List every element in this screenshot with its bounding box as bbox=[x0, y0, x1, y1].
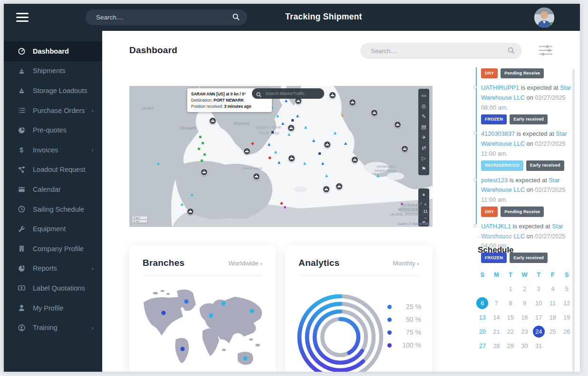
zoom-out-button[interactable]: − bbox=[422, 215, 429, 221]
sidebar-item-sailing-schedule[interactable]: Sailing Schedule bbox=[4, 199, 102, 219]
calendar-day[interactable] bbox=[475, 282, 490, 296]
vessel-cluster-marker[interactable] bbox=[401, 145, 408, 152]
calendar-day[interactable]: 5 bbox=[560, 282, 574, 296]
calendar-day[interactable]: 8 bbox=[503, 296, 518, 310]
calendar-day[interactable]: 1 bbox=[503, 282, 518, 296]
sidebar-item-label-quotations[interactable]: Label Quotations bbox=[4, 278, 102, 298]
vessel-cluster-marker[interactable] bbox=[243, 148, 251, 155]
zoom-in-button[interactable]: + bbox=[422, 201, 429, 208]
calendar-day[interactable]: 22 bbox=[503, 324, 518, 338]
sidebar-item-calendar[interactable]: Calendar bbox=[4, 179, 102, 199]
sidebar-item-loadout-request[interactable]: Loadout Request bbox=[4, 160, 102, 180]
calendar-day[interactable]: 2 bbox=[518, 282, 532, 296]
legend-label: 75 % bbox=[399, 329, 421, 336]
vessels-icon[interactable]: ◎ bbox=[418, 101, 429, 111]
vessel-cluster-marker[interactable] bbox=[351, 156, 358, 163]
layers-icon[interactable]: ▤ bbox=[418, 122, 429, 132]
calendar-day[interactable]: 14 bbox=[490, 310, 504, 324]
content-search-input[interactable] bbox=[370, 43, 498, 59]
topbar-search-input[interactable] bbox=[95, 9, 223, 25]
chevron-right-icon: › bbox=[92, 107, 94, 114]
vessel-cluster-marker[interactable] bbox=[329, 92, 336, 99]
sidebar-item-pre-quotes[interactable]: Pre-quotes bbox=[4, 120, 102, 140]
sidebar-item-invoices[interactable]: $Invoices› bbox=[4, 140, 102, 160]
edit-route-icon[interactable]: ✎ bbox=[418, 111, 429, 122]
sidebar-item-company-profile[interactable]: Company Profile bbox=[4, 239, 102, 259]
user-avatar[interactable] bbox=[534, 8, 554, 28]
marine-traffic-map[interactable]: LindenElizabethBayonneUpper NewYork BayS… bbox=[129, 86, 433, 227]
sidebar-item-shipments[interactable]: Shipments bbox=[4, 61, 102, 81]
branches-scope-dropdown[interactable]: Worldwide▾ bbox=[229, 260, 262, 267]
sidebar-item-purchase-orders[interactable]: Purchase Orders› bbox=[4, 101, 102, 121]
vessel-cluster-marker[interactable] bbox=[336, 183, 343, 190]
vessel-cluster-marker[interactable] bbox=[187, 208, 194, 215]
vessel-cluster-marker[interactable] bbox=[371, 109, 378, 116]
calendar-day[interactable]: 27 bbox=[475, 338, 490, 353]
calendar-day[interactable]: 10 bbox=[531, 296, 546, 310]
calendar-day[interactable]: 9 bbox=[518, 296, 532, 310]
vessel-cluster-marker[interactable] bbox=[349, 99, 356, 106]
calendar-day[interactable]: 20 bbox=[475, 324, 490, 338]
sidebar-item-label: Invoices bbox=[33, 146, 58, 154]
calendar-day[interactable]: 28 bbox=[490, 338, 504, 353]
sidebar-item-training[interactable]: Training› bbox=[4, 318, 102, 338]
panel-scrollbar[interactable] bbox=[572, 69, 575, 372]
sidebar-item-storage-loadouts[interactable]: Storage Loadouts bbox=[4, 81, 102, 101]
calendar-day[interactable] bbox=[490, 282, 504, 296]
calendar-day[interactable] bbox=[560, 338, 574, 353]
vessel-cluster-marker[interactable] bbox=[288, 124, 295, 132]
analytics-period-dropdown[interactable]: Monthly▾ bbox=[393, 260, 419, 267]
calendar-day[interactable]: 21 bbox=[490, 324, 504, 338]
calendar-day[interactable]: 3 bbox=[531, 282, 546, 296]
map-tool-button[interactable]: ▲ bbox=[418, 189, 429, 198]
play-icon[interactable]: ▷ bbox=[418, 153, 429, 163]
shipment-link[interactable]: 4120303837 bbox=[481, 130, 515, 137]
vessel-cluster-marker[interactable] bbox=[209, 117, 216, 124]
vessel-cluster-marker[interactable] bbox=[323, 186, 330, 193]
calendar-day[interactable]: 4 bbox=[546, 282, 560, 296]
calendar-day[interactable]: 15 bbox=[503, 310, 518, 324]
vessel-cluster-marker[interactable] bbox=[288, 155, 295, 162]
calendar-day[interactable]: 31 bbox=[531, 338, 546, 353]
flights-icon[interactable]: ✈ bbox=[418, 132, 429, 142]
calendar-day[interactable]: 7 bbox=[490, 296, 504, 310]
calendar-day[interactable]: 11 bbox=[546, 296, 560, 310]
shipment-link[interactable]: UATHIRUPP1 bbox=[481, 84, 519, 91]
vessel-cluster-marker[interactable] bbox=[253, 173, 260, 180]
calendar-day[interactable]: 16 bbox=[518, 310, 532, 324]
search-icon[interactable] bbox=[508, 47, 515, 56]
sidebar-item-my-profile[interactable]: My Profile bbox=[4, 298, 102, 318]
calendar-day[interactable]: 17 bbox=[531, 310, 546, 324]
sidebar-item-dashboard[interactable]: Dashboard bbox=[4, 41, 102, 61]
legend-dot-icon bbox=[387, 318, 392, 322]
filter-sliders-icon[interactable] bbox=[539, 44, 553, 56]
calendar-day[interactable]: 18 bbox=[546, 310, 560, 324]
calendar-day[interactable]: 29 bbox=[503, 338, 518, 353]
map-search bbox=[252, 88, 324, 99]
vessel-cluster-marker[interactable] bbox=[201, 169, 208, 176]
calendar-day[interactable]: 12 bbox=[560, 296, 574, 310]
calendar-day[interactable]: 13 bbox=[475, 310, 490, 324]
swap-icon[interactable]: ⇄ bbox=[418, 142, 429, 153]
calendar-day[interactable]: 26 bbox=[560, 324, 574, 338]
shipment-link[interactable]: UATHJKL1 bbox=[481, 223, 511, 230]
hamburger-menu-icon[interactable] bbox=[16, 13, 29, 22]
vessel-cluster-marker[interactable] bbox=[324, 141, 331, 148]
calendar-day[interactable]: 25 bbox=[546, 324, 560, 338]
sidebar-item-label: Reports bbox=[33, 264, 57, 272]
sidebar-item-reports[interactable]: Reports› bbox=[4, 259, 102, 279]
calendar-day[interactable]: 6 bbox=[475, 296, 490, 310]
map-search-input[interactable] bbox=[264, 88, 320, 99]
flag-icon[interactable]: ⚑ bbox=[418, 163, 429, 174]
shipment-link[interactable]: potest123 bbox=[481, 177, 508, 184]
calendar-day[interactable]: 23 bbox=[518, 324, 532, 338]
calendar-day[interactable]: 30 bbox=[518, 338, 532, 353]
map-scale: 2 km 1 mi bbox=[132, 216, 148, 223]
sidebar-item-equipment[interactable]: Equipment bbox=[4, 219, 102, 239]
calendar-day[interactable]: 24 bbox=[531, 324, 546, 338]
search-icon[interactable] bbox=[232, 13, 240, 22]
map-layers-icon[interactable]: ▭ bbox=[418, 90, 429, 101]
calendar-day[interactable]: 19 bbox=[560, 310, 574, 324]
vessel-cluster-marker[interactable] bbox=[394, 121, 401, 128]
calendar-day[interactable] bbox=[546, 338, 560, 353]
